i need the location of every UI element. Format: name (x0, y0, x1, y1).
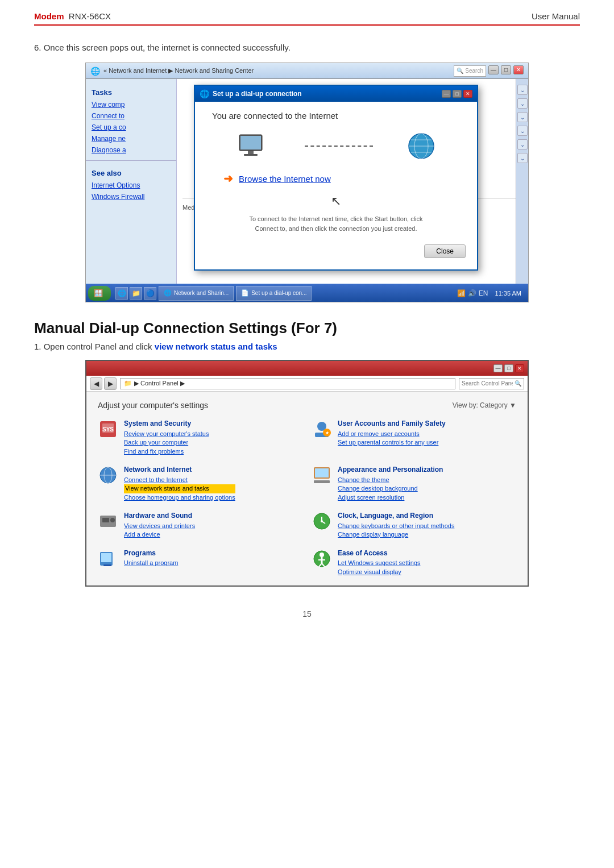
minimize-button[interactable]: — (488, 65, 499, 74)
popup-maximize-button[interactable]: □ (453, 90, 462, 98)
sidebar-item-viewcomp[interactable]: View comp (86, 99, 176, 110)
cp-addressbar: ◀ ▶ 📁 ▶ Control Panel ▶ 🔍 (86, 376, 528, 392)
security-link3[interactable]: Find and fix problems (124, 447, 209, 456)
expand-btn-5[interactable]: ⌄ (517, 139, 528, 149)
control-panel-window: — □ ✕ ◀ ▶ 📁 ▶ Control Panel ▶ 🔍 Adjust y… (85, 360, 529, 587)
popup-minimize-button[interactable]: — (442, 90, 451, 98)
browse-arrow-icon: ➜ (223, 172, 233, 185)
hardware-text: Hardware and Sound View devices and prin… (124, 511, 195, 539)
sidebar-item-diagnosea[interactable]: Diagnose a (86, 144, 176, 156)
security-link2[interactable]: Back up your computer (124, 438, 209, 447)
svg-rect-3 (244, 154, 258, 156)
clock: 11:35 AM (491, 290, 526, 297)
sidebar-item-windowsfirewall[interactable]: Windows Firewall (86, 191, 176, 202)
cp-item-clock: Clock, Language, and Region Change keybo… (312, 511, 516, 539)
cp-back-button[interactable]: ◀ (90, 377, 102, 390)
titlebar-controls: 🔍 Search — □ ✕ (454, 65, 524, 77)
explorer-main: Tasks View comp Connect to Set up a co M… (86, 79, 528, 284)
cp-item-hardware: Hardware and Sound View devices and prin… (98, 511, 302, 539)
svg-rect-2 (248, 151, 254, 154)
useraccount-text: User Accounts and Family Safety Add or r… (338, 419, 446, 447)
clock-icon (312, 511, 332, 531)
browse-internet-link[interactable]: Browse the Internet now (239, 174, 331, 184)
cp-item-appearance: Appearance and Personalization Change th… (312, 465, 516, 502)
dialup-taskbar-icon: 📄 (241, 289, 249, 297)
sidebar-item-internetoptions[interactable]: Internet Options (86, 180, 176, 191)
appearance-link3[interactable]: Adjust screen resolution (338, 493, 443, 502)
cp-minimize-button[interactable]: — (493, 364, 503, 372)
hardware-link1[interactable]: View devices and printers (124, 522, 195, 530)
page-number: 15 (34, 609, 580, 618)
hardware-link2[interactable]: Add a device (124, 530, 195, 539)
close-button[interactable]: ✕ (513, 65, 524, 74)
header-manual: User Manual (532, 11, 580, 21)
folder-icon: 📁 (124, 380, 132, 387)
svg-text:★: ★ (325, 430, 329, 435)
highlight-link[interactable]: view network status and tasks (155, 342, 277, 351)
network-link1[interactable]: Connect to the Internet (124, 476, 235, 484)
clock-link2[interactable]: Change display language (338, 530, 454, 539)
close-button-row: Close (206, 244, 466, 258)
start-button[interactable]: 🪟 (88, 286, 111, 301)
expand-btn-3[interactable]: ⌄ (517, 112, 528, 122)
network-link3[interactable]: Choose homegroup and sharing options (124, 493, 235, 502)
cp-forward-button[interactable]: ▶ (104, 377, 117, 390)
taskbar-dialup-label: Set up a dial-up con... (251, 290, 306, 296)
expand-btn-1[interactable]: ⌄ (517, 85, 528, 95)
network-title: Network and Internet (124, 465, 235, 475)
easeofaccess-link1[interactable]: Let Windows suggest settings (338, 559, 421, 567)
expand-btn-2[interactable]: ⌄ (517, 98, 528, 109)
useraccount-link2[interactable]: Set up parental controls for any user (338, 438, 446, 447)
tasks-label: Tasks (86, 85, 176, 99)
maximize-button[interactable]: □ (501, 65, 511, 74)
quicklaunch-ie-icon[interactable]: 🌐 (115, 287, 128, 300)
useraccount-link1[interactable]: Add or remove user accounts (338, 430, 446, 438)
explorer-window: 🌐 « Network and Internet ▶ Network and S… (85, 63, 529, 302)
dial-up-icon: 🌐 (200, 89, 209, 98)
appearance-link1[interactable]: Change the theme (338, 476, 443, 484)
cp-item-useraccount: ★ User Accounts and Family Safety Add or… (312, 419, 516, 456)
step1-text: 6. Once this screen pops out, the intern… (34, 43, 580, 52)
globe-svg (407, 132, 435, 160)
sidebar-item-connectto[interactable]: Connect to (86, 110, 176, 122)
tray-lang-icon: EN (479, 289, 488, 297)
popup-close-btn[interactable]: Close (424, 244, 466, 258)
svg-rect-23 (102, 518, 109, 522)
cp-breadcrumb: 📁 ▶ Control Panel ▶ (120, 378, 455, 389)
start-icon: 🪟 (94, 289, 103, 297)
network-icon: 🌐 (90, 67, 100, 76)
sidebar-item-managene[interactable]: Manage ne (86, 133, 176, 144)
svg-rect-20 (315, 468, 329, 477)
cp-titlebar: — □ ✕ (86, 361, 528, 376)
cp-item-easeofaccess: Ease of Access Let Windows suggest setti… (312, 549, 516, 577)
svg-point-33 (320, 553, 324, 557)
search-placeholder: Search (465, 68, 483, 74)
cp-close-button[interactable]: ✕ (515, 364, 524, 372)
quicklaunch-browser-icon[interactable]: 🔵 (144, 287, 156, 300)
section2-title: Manual Dial-up Connection Settings (For … (34, 319, 580, 337)
svg-rect-21 (314, 480, 330, 483)
dashed-connection-line (305, 146, 373, 147)
cp-maximize-button[interactable]: □ (504, 364, 513, 372)
security-link1[interactable]: Review your computer's status (124, 430, 209, 438)
system-tray: 📶 🔊 EN 11:35 AM (457, 289, 526, 297)
easeofaccess-link2[interactable]: Optimize visual display (338, 568, 421, 576)
easeofaccess-title: Ease of Access (338, 549, 421, 558)
cp-viewby[interactable]: View by: Category ▼ (453, 401, 516, 409)
expand-btn-6[interactable]: ⌄ (517, 153, 528, 163)
network-link2-highlighted[interactable]: View network status and tasks (124, 484, 235, 493)
taskbar-dialup-item[interactable]: 📄 Set up a dial-up con... (236, 286, 312, 301)
security-icon: SYS (98, 419, 118, 439)
programs-link1[interactable]: Uninstall a program (124, 559, 178, 567)
cp-search-input[interactable] (462, 380, 513, 387)
svg-text:SYS: SYS (102, 426, 114, 433)
popup-close-button[interactable]: ✕ (463, 90, 472, 98)
clock-link1[interactable]: Change keyboards or other input methods (338, 522, 454, 530)
quicklaunch-folder-icon[interactable]: 📁 (130, 287, 142, 300)
sidebar-item-setupco[interactable]: Set up a co (86, 122, 176, 133)
programs-text: Programs Uninstall a program (124, 549, 178, 568)
appearance-link2[interactable]: Change desktop background (338, 484, 443, 493)
expand-btn-4[interactable]: ⌄ (517, 126, 528, 136)
taskbar-network-item[interactable]: 🌐 Network and Sharin... (159, 286, 234, 301)
info-text: To connect to the Internet next time, cl… (206, 214, 466, 233)
